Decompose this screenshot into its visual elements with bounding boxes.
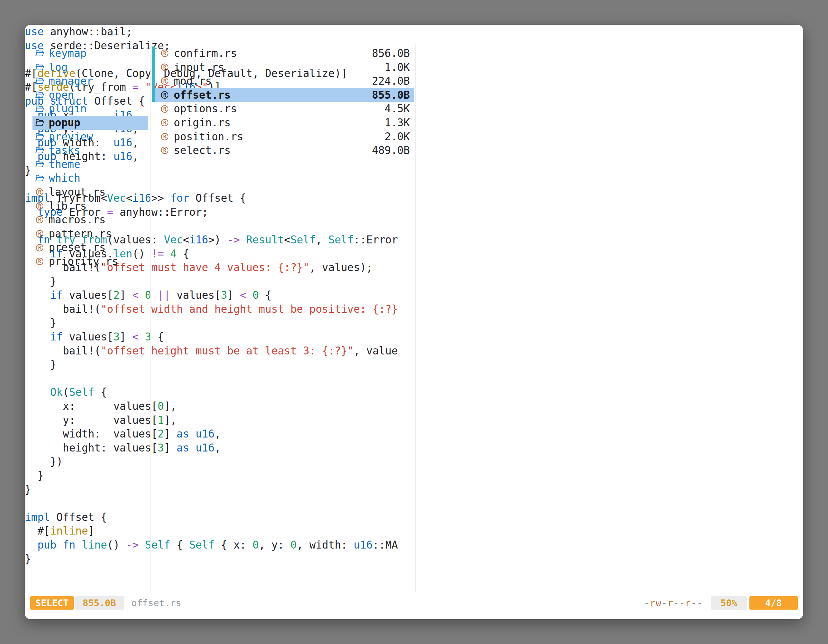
file-row-confirm-rs[interactable]: Rconfirm.rs856.0B [152, 47, 414, 60]
code-line: bail!("offset width and height must be p… [25, 302, 401, 316]
permissions: -rw-r--r-- [644, 597, 703, 608]
item-label: plugin [49, 102, 86, 116]
item-label: which [49, 171, 80, 185]
sidebar-item-preview[interactable]: preview [33, 130, 147, 144]
rust-file-icon: R [35, 201, 47, 211]
svg-text:R: R [163, 148, 166, 154]
sidebar-item-which[interactable]: which [33, 171, 147, 185]
code-line: if values[3] < 3 { [25, 330, 401, 344]
file-name: position.rs [174, 130, 243, 144]
file-row-offset-rs[interactable]: Roffset.rs855.0B [152, 88, 414, 102]
rust-file-icon: R [160, 103, 171, 114]
rust-file-icon: R [35, 215, 47, 225]
sidebar-item-keymap[interactable]: keymap [33, 47, 147, 60]
item-label: popup [49, 116, 80, 130]
sidebar-item-pattern-rs[interactable]: Rpattern.rs [33, 227, 147, 241]
item-label: layout.rs [49, 185, 106, 199]
code-line: } [25, 358, 401, 371]
code-line: width: values[2] as u16, [25, 427, 401, 441]
file-row-options-rs[interactable]: Roptions.rs4.5K [152, 102, 414, 116]
rust-file-icon: R [35, 242, 47, 253]
item-label: macros.rs [49, 213, 106, 227]
file-name: input.rs [174, 60, 224, 74]
file-size: 489.0B [372, 144, 410, 158]
file-name: confirm.rs [174, 47, 237, 60]
parent-panel: keymaplogmanageropenpluginpopuppreviewta… [33, 47, 147, 268]
panel-divider-right [415, 45, 416, 592]
file-size-badge: 855.0B [75, 596, 124, 610]
svg-text:R: R [38, 203, 41, 209]
folder-icon [35, 90, 47, 100]
file-size: 1.0K [385, 60, 410, 74]
code-line: } [25, 469, 401, 483]
rust-file-icon: R [35, 187, 47, 197]
folder-icon [35, 118, 47, 128]
file-size: 855.0B [372, 88, 410, 102]
scroll-percent-badge: 50% [711, 596, 746, 610]
folder-icon [35, 173, 47, 183]
folder-icon [35, 159, 47, 170]
code-line: x: values[0], [25, 399, 401, 413]
folder-icon [35, 76, 47, 86]
code-line [25, 371, 401, 385]
item-label: tasks [49, 144, 80, 158]
file-name: mod.rs [174, 74, 212, 88]
svg-text:R: R [38, 259, 41, 265]
folder-icon [35, 145, 47, 156]
file-row-input-rs[interactable]: Rinput.rs1.0K [152, 60, 414, 74]
rust-file-icon: R [160, 90, 171, 100]
item-label: pattern.rs [49, 227, 112, 241]
cursor-position-badge: 4/8 [750, 596, 798, 610]
rust-file-icon: R [160, 62, 171, 72]
svg-text:R: R [163, 120, 166, 126]
marked-indicator [152, 60, 155, 74]
sidebar-item-layout-rs[interactable]: Rlayout.rs [33, 185, 147, 199]
file-size: 2.0K [385, 130, 410, 144]
code-line: #[inline] [25, 524, 401, 538]
code-line: } [25, 316, 401, 330]
file-row-mod-rs[interactable]: Rmod.rs224.0B [152, 74, 414, 88]
svg-text:R: R [163, 50, 166, 56]
svg-text:R: R [38, 245, 41, 251]
item-label: priority.rs [49, 255, 118, 268]
panel-divider-left [150, 45, 151, 592]
code-line [25, 497, 401, 510]
code-line: impl Offset { [25, 510, 401, 524]
svg-text:R: R [163, 106, 166, 112]
rust-file-icon: R [160, 118, 171, 128]
sidebar-item-popup[interactable]: popup [33, 116, 147, 130]
file-row-origin-rs[interactable]: Rorigin.rs1.3K [152, 116, 414, 130]
file-name: origin.rs [174, 116, 231, 130]
file-name: options.rs [174, 102, 237, 116]
sidebar-item-priority-rs[interactable]: Rpriority.rs [33, 255, 147, 268]
folder-icon [35, 131, 47, 142]
file-name: offset.rs [174, 88, 231, 102]
sidebar-item-log[interactable]: log [33, 60, 147, 74]
code-line: } [25, 274, 401, 288]
sidebar-item-tasks[interactable]: tasks [33, 144, 147, 158]
item-label: theme [49, 158, 80, 171]
sidebar-item-macros-rs[interactable]: Rmacros.rs [33, 213, 147, 227]
sidebar-item-open[interactable]: open [33, 88, 147, 102]
rust-file-icon: R [160, 76, 171, 86]
status-bar: SELECT 855.0B offset.rs -rw-r--r-- 50% 4… [30, 596, 798, 610]
folder-icon [35, 48, 47, 59]
sidebar-item-preset-rs[interactable]: Rpreset.rs [33, 241, 147, 255]
sidebar-item-manager[interactable]: manager [33, 74, 147, 88]
sidebar-item-lib-rs[interactable]: Rlib.rs [33, 199, 147, 213]
rust-file-icon: R [160, 131, 171, 142]
svg-text:R: R [163, 78, 166, 84]
status-filename: offset.rs [132, 597, 181, 608]
mode-badge: SELECT [30, 596, 74, 610]
code-line: y: values[1], [25, 413, 401, 427]
sidebar-item-theme[interactable]: theme [33, 158, 147, 171]
rust-file-icon: R [35, 229, 47, 239]
sidebar-item-plugin[interactable]: plugin [33, 102, 147, 116]
file-size: 4.5K [385, 102, 410, 116]
file-size: 1.3K [385, 116, 410, 130]
rust-file-icon: R [160, 48, 171, 59]
file-row-position-rs[interactable]: Rposition.rs2.0K [152, 130, 414, 144]
item-label: keymap [49, 47, 86, 60]
file-row-select-rs[interactable]: Rselect.rs489.0B [152, 144, 414, 158]
file-size: 224.0B [372, 74, 410, 88]
